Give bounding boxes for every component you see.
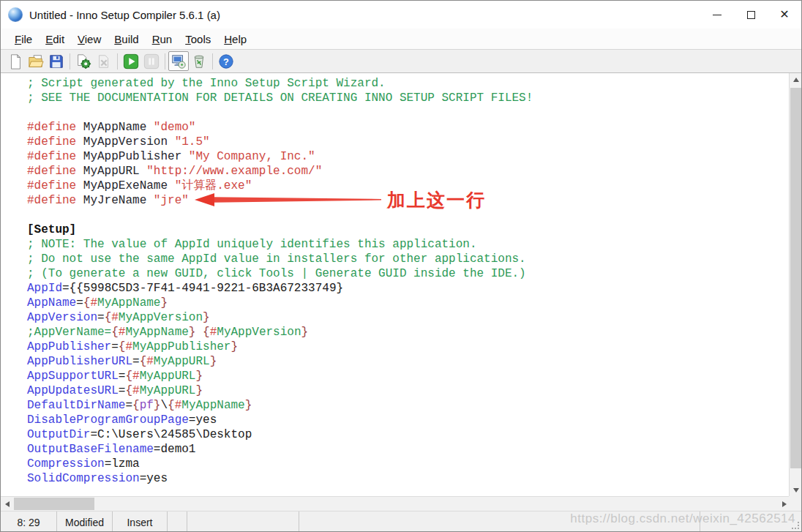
target-uninstall-button[interactable]: [189, 51, 209, 71]
status-empty-cell: [700, 512, 801, 532]
code-line: ; (To generate a new GUID, click Tools |…: [27, 266, 790, 281]
code-line: #define MyAppVersion "1.5": [27, 135, 790, 149]
window-title: Untitled - Inno Setup Compiler 5.6.1 (a): [29, 9, 220, 21]
scrollbar-corner: [789, 496, 801, 511]
minimize-button[interactable]: [700, 1, 734, 29]
app-icon: [8, 7, 23, 22]
code-line: AppId={{5998C5D3-7F41-4941-9221-6B3A6723…: [27, 281, 790, 296]
code-line: #define MyAppURL "http://www.example.com…: [27, 164, 790, 179]
inno-setup-window: Untitled - Inno Setup Compiler 5.6.1 (a)…: [0, 0, 802, 532]
code-line: #define MyAppName "demo": [27, 120, 790, 135]
chevron-down-icon: [793, 488, 799, 492]
status-bar: 8: 29 Modified Insert: [1, 511, 801, 532]
horizontal-scroll-thumb[interactable]: [14, 498, 94, 510]
code-line: [27, 105, 790, 120]
save-icon: [48, 53, 64, 70]
code-line: DefaultDirName={pf}\{#MyAppName}: [27, 398, 790, 413]
menu-build[interactable]: Build: [108, 31, 145, 48]
target-setup-icon: [170, 53, 187, 70]
menu-run[interactable]: Run: [146, 31, 179, 48]
save-script-button[interactable]: [46, 51, 67, 71]
pause-icon: [143, 53, 160, 70]
code-line: SolidCompression=yes: [27, 471, 790, 486]
code-line: ;AppVerName={#MyAppName} {#MyAppVersion}: [27, 325, 790, 340]
code-line: OutputDir=C:\Users\24585\Desktop: [27, 427, 790, 442]
horizontal-scrollbar[interactable]: [1, 496, 790, 511]
status-insert-mode: Insert: [113, 512, 168, 532]
minimize-icon: [713, 15, 722, 15]
code-line: Compression=lzma: [27, 457, 790, 471]
toolbar-separator: [212, 53, 213, 70]
status-line-col: 8: 29: [1, 512, 57, 532]
code-line: #define MyAppPublisher "My Company, Inc.…: [27, 149, 790, 164]
toolbar-separator: [70, 53, 70, 70]
target-uninstall-icon: [191, 53, 207, 70]
annotation-label: 加上这一行: [387, 188, 486, 212]
maximize-icon: [747, 11, 755, 19]
chevron-left-icon: [5, 501, 10, 507]
resize-grip-icon[interactable]: [792, 522, 799, 529]
pause-button: [141, 51, 162, 71]
maximize-button[interactable]: [734, 1, 768, 29]
code-line: AppSupportURL={#MyAppURL}: [27, 369, 790, 383]
run-icon: [123, 53, 139, 70]
svg-text:?: ?: [223, 56, 229, 67]
status-empty-cell: [168, 512, 187, 532]
open-file-icon: [28, 53, 44, 70]
title-bar: Untitled - Inno Setup Compiler 5.6.1 (a)…: [1, 1, 801, 29]
code-line: AppPublisherURL={#MyAppURL}: [27, 354, 790, 369]
code-line: AppName={#MyAppName}: [27, 296, 790, 310]
scroll-down-button[interactable]: [790, 484, 802, 496]
compile-icon: [75, 53, 91, 70]
code-line: ; SEE THE DOCUMENTATION FOR DETAILS ON C…: [27, 91, 790, 105]
vertical-scroll-thumb[interactable]: [790, 88, 801, 468]
script-editor[interactable]: ; Script generated by the Inno Setup Scr…: [1, 73, 790, 496]
menu-tools[interactable]: Tools: [179, 31, 217, 48]
status-modified: Modified: [57, 512, 113, 532]
open-script-button[interactable]: [26, 51, 46, 71]
code-line: AppPublisher={#MyAppPublisher}: [27, 340, 790, 354]
toolbar-separator: [165, 53, 165, 70]
run-button[interactable]: [121, 51, 141, 71]
status-empty-cell: [187, 512, 299, 532]
code-line: AppUpdatesURL={#MyAppURL}: [27, 383, 790, 398]
menu-file[interactable]: File: [8, 31, 39, 48]
scroll-up-button[interactable]: [790, 73, 802, 86]
code-line: ; Script generated by the Inno Setup Scr…: [27, 76, 790, 91]
close-icon: ✕: [779, 9, 789, 20]
status-empty-cell: [299, 512, 700, 532]
close-button[interactable]: ✕: [768, 1, 801, 29]
code-line: ; NOTE: The value of AppId uniquely iden…: [27, 237, 790, 252]
code-area: ; Script generated by the Inno Setup Scr…: [1, 73, 790, 486]
help-icon: ?: [218, 53, 234, 70]
chevron-right-icon: [782, 501, 787, 507]
toolbar-separator: [117, 53, 118, 70]
stop-compile-button: [94, 51, 114, 71]
code-line: AppVersion={#MyAppVersion}: [27, 310, 790, 325]
annotation-arrow: [192, 191, 383, 209]
compile-button[interactable]: [73, 51, 94, 71]
scroll-left-button[interactable]: [1, 497, 13, 511]
menu-bar: FileEditViewBuildRunToolsHelp: [1, 29, 801, 49]
chevron-up-icon: [793, 78, 799, 82]
menu-help[interactable]: Help: [217, 31, 253, 48]
stop-compile-icon: [96, 53, 112, 70]
toolbar: ?: [1, 49, 801, 73]
code-line: OutputBaseFilename=demo1: [27, 442, 790, 457]
target-setup-button[interactable]: [168, 51, 189, 71]
vertical-scrollbar[interactable]: [789, 73, 801, 496]
help-button[interactable]: ?: [216, 51, 236, 71]
new-script-button[interactable]: [5, 51, 26, 71]
code-line: ; Do not use the same AppId value in ins…: [27, 252, 790, 266]
menu-view[interactable]: View: [71, 31, 108, 48]
new-file-icon: [7, 53, 23, 70]
menu-edit[interactable]: Edit: [39, 31, 71, 48]
code-line: DisableProgramGroupPage=yes: [27, 413, 790, 427]
code-line: [Setup]: [27, 222, 790, 237]
